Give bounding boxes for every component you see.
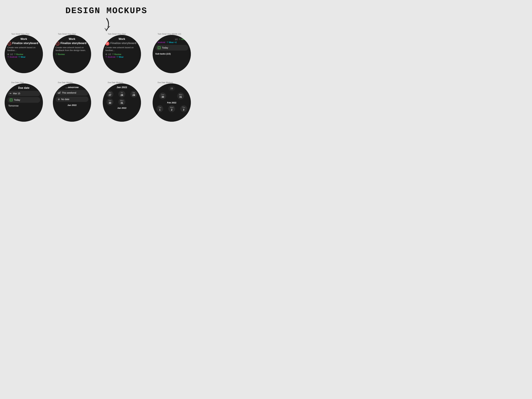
today-cal-icon: [158, 46, 161, 49]
watch1-tag-android: ♡ Android: [7, 56, 17, 58]
task-circle-icon-1: [7, 42, 11, 45]
watch1-title: Work: [7, 38, 40, 41]
watch2-task: Finalize storyboard: [61, 42, 86, 45]
section-label-8: Due Date (Bottom): [158, 82, 173, 83]
watch5-title: Due date: [7, 86, 40, 89]
watch4-fraction: 1/2: [175, 38, 178, 41]
task-circle-icon-2: [56, 42, 59, 45]
page-title: DESIGN MOCKUPS: [0, 0, 213, 16]
task-circle-icon-3: [105, 42, 109, 45]
today-icon-5: [10, 98, 13, 101]
section-label-4: Task Detail View (Middle 1/2): [158, 33, 181, 35]
watch3-tag-android: ♡ Android: [105, 56, 115, 58]
watch3-count: 1/2: [108, 53, 111, 56]
watch6-month: Jan 2022: [56, 104, 89, 106]
watch4-tag-review: ♡ Review: [179, 38, 188, 41]
pencil-icon-5: ✏: [10, 92, 12, 95]
cal-day-thu27: Thu27: [106, 91, 113, 98]
svg-rect-5: [10, 99, 12, 101]
watch1-task: Finalize storyboard: [12, 42, 38, 45]
section-label-1: Task Detail View (Top): [11, 33, 29, 35]
watch3-title: Work: [105, 38, 138, 41]
cal-day-thu3: Thu3: [180, 105, 187, 112]
watch5-tomorrow: Tomorrow: [7, 104, 40, 107]
cal-day-wed2: Wed2: [168, 105, 175, 112]
section-label-6: Due Date (Middle): [58, 82, 73, 83]
watch1-subtask-icon: ⚙: [7, 53, 9, 56]
cal-day-sat29: Sat29: [130, 91, 137, 98]
cal-day-28-partial: 28: [168, 86, 175, 91]
watch-6: …omorrow 🛋 This weekend ⊘ No date Jan 20…: [53, 83, 91, 122]
watch3-tag-wear: ♡ Wear: [116, 56, 124, 58]
watch4-today-label: Today: [162, 46, 168, 49]
watch2-desc: Create new artwork based on feedback fro…: [56, 46, 89, 52]
watch1-tag-wear: ♡ Wear: [18, 56, 25, 58]
watch-4: 1/2 ♡ Review ♡ Android ♡ Wear +2 Today S…: [153, 35, 191, 73]
watch2-title: Work: [56, 38, 89, 41]
cal-day-fri28: Fri28: [118, 91, 125, 98]
cal-day-mon31: Mon31: [118, 98, 125, 105]
watch6-nodate: ⊘ No date: [56, 97, 89, 102]
nodate-icon: ⊘: [58, 98, 60, 101]
section-label-2: Task Detail View (Top): [58, 33, 76, 35]
watch3-desc: Create new artwork based on feedbac...: [105, 46, 138, 52]
watch2-tag-review: ♡ Review: [56, 53, 65, 56]
watch-5: Due date ✏ Mar 15 Today Tomorrow: [5, 83, 43, 122]
watch4-tag-android: ♡ Android: [155, 41, 165, 44]
watch8-feb: Feb 2022: [154, 101, 189, 104]
watch1-tag-review: ♡ Review: [14, 53, 23, 56]
watch5-mar15: ✏ Mar 15: [7, 91, 40, 96]
watch3-task: Finalize storyboard: [110, 42, 136, 45]
watch-1: Work Finalize storyboard Create new artw…: [5, 35, 43, 73]
watch6-weekend: 🛋 This weekend: [56, 90, 89, 95]
watch-7: Jan 2022 Thu27 Fri28 Sat29 Sun30 Mon31 J…: [103, 83, 141, 122]
section-label-3: Task Detail View (Top): [108, 33, 126, 35]
watch3-tag-review: ♡ Review: [112, 53, 121, 56]
watch1-desc: Create new artwork based on feedbac...: [7, 46, 40, 52]
watch1-count: 1/2: [10, 53, 13, 56]
watch-2: Work Finalize storyboard Create new artw…: [53, 35, 91, 73]
watch7-month-top: Jan 2022: [104, 86, 139, 89]
section-label-5: Due Date (Top): [11, 82, 24, 83]
svg-point-0: [8, 43, 10, 44]
watch4-tag-wear: ♡ Wear +2: [167, 41, 177, 44]
sofa-icon: 🛋: [58, 91, 61, 94]
watch7-month-bottom: Jan 2022: [104, 107, 139, 109]
watch-8: 28 Sun30 Mon31 Feb 2022 Tue1 Wed2 Thu3: [153, 83, 191, 122]
section-label-7: Due Date (Bottom): [108, 82, 123, 83]
watch4-today-btn: Today: [155, 45, 188, 51]
watch3-subtask-icon: ⚙: [105, 53, 107, 56]
cal-day-sun30-b: Sun30: [159, 92, 166, 99]
watch6-tomorrow-partial: …omorrow: [56, 86, 89, 89]
svg-rect-2: [158, 47, 160, 49]
watch5-today: Today: [7, 97, 40, 103]
svg-point-1: [57, 43, 58, 44]
watch4-subtask: Sub-tasks (1/2): [155, 52, 188, 55]
cal-day-mon31-b: Mon31: [177, 92, 184, 99]
arrow-icon: [101, 18, 112, 33]
watch-3: Work Finalize storyboard Create new artw…: [103, 35, 141, 73]
cal-day-tue1: Tue1: [156, 105, 163, 112]
cal-day-sun30: Sun30: [106, 98, 113, 105]
